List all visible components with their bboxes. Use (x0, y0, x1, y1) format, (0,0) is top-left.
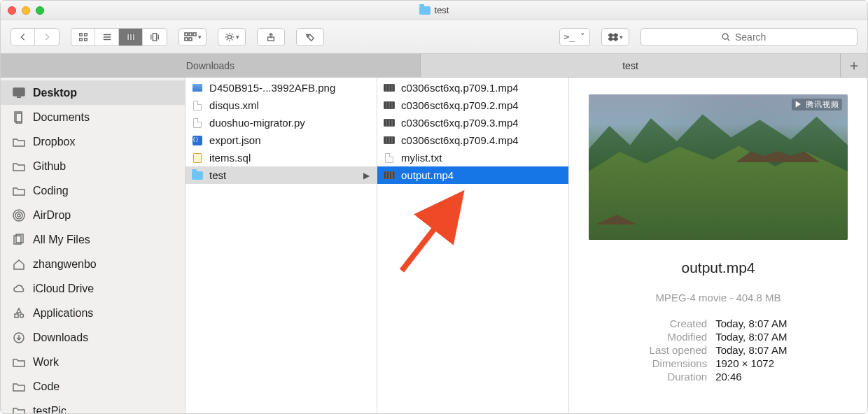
meta-key: Modified (650, 331, 715, 343)
nav-buttons (10, 28, 59, 46)
sidebar-item-documents[interactable]: Documents (1, 105, 185, 129)
svg-rect-3 (84, 38, 87, 41)
file-row[interactable]: test ▶ (186, 166, 377, 184)
svg-point-20 (308, 35, 309, 36)
cloud-icon (12, 283, 26, 295)
file-label: c0306sct6xq.p709.1.mp4 (401, 82, 519, 94)
sidebar-item-label: Desktop (33, 87, 77, 99)
file-row[interactable]: duoshuo-migrator.py (186, 114, 377, 131)
meta-key: Last opened (650, 344, 715, 356)
quick-actions-button[interactable]: >_ ˅ (559, 28, 590, 46)
meta-value: 20:46 (715, 371, 787, 383)
svg-rect-17 (189, 38, 192, 41)
meta-value: Today, 8:07 AM (715, 344, 787, 356)
sidebar-item-label: Code (33, 380, 59, 393)
sidebar-item-desktop[interactable]: Desktop (1, 80, 185, 105)
folder-icon (12, 405, 26, 415)
file-label: output.mp4 (401, 169, 454, 181)
sidebar-item-airdrop[interactable]: AirDrop (1, 203, 185, 227)
meta-row: Dimensions 1920 × 1072 (650, 357, 788, 369)
blank-icon (191, 118, 204, 128)
file-label: disqus.xml (209, 99, 259, 111)
content: Desktop Documents Dropbox Github Coding … (1, 78, 867, 414)
video-watermark: ▶ 腾讯视频 (792, 99, 842, 110)
svg-rect-15 (193, 33, 196, 36)
tag-button[interactable] (296, 28, 324, 46)
svg-line-26 (728, 38, 730, 41)
file-row[interactable]: c0306sct6xq.p709.2.mp4 (377, 97, 568, 114)
chevron-right-icon: ▶ (363, 171, 370, 180)
file-row[interactable]: items.sql (186, 149, 377, 166)
arrange-button[interactable]: ▾ (178, 28, 206, 46)
forward-button[interactable] (35, 29, 59, 45)
file-label: c0306sct6xq.p709.3.mp4 (401, 117, 519, 129)
folder-icon (12, 160, 26, 173)
file-label: D450B915-...3992AFB.png (209, 82, 335, 94)
preview-subline: MPEG-4 movie - 404.8 MB (589, 292, 848, 304)
file-label: c0306sct6xq.p709.4.mp4 (401, 134, 519, 146)
file-row[interactable]: mylist.txt (377, 149, 568, 166)
action-button[interactable]: ▾ (218, 28, 246, 46)
search-input[interactable] (735, 31, 777, 43)
back-button[interactable] (11, 29, 35, 45)
folder-icon (12, 380, 26, 393)
meta-row: Last opened Today, 8:07 AM (650, 344, 788, 356)
sidebar-item-downloads[interactable]: Downloads (1, 325, 185, 350)
tabbar: Downloads test ＋ (1, 54, 867, 78)
search-field[interactable] (640, 28, 858, 46)
sidebar-item-label: Dropbox (33, 136, 75, 148)
sidebar-item-code[interactable]: Code (1, 374, 185, 399)
home-icon (12, 258, 26, 271)
sidebar-item-label: testPic (33, 405, 66, 415)
sidebar-item-label: Applications (33, 307, 93, 320)
sidebar-item-label: Downloads (33, 331, 88, 344)
doc-icon (12, 111, 26, 124)
folder-icon (12, 185, 26, 197)
meta-row: Modified Today, 8:07 AM (650, 331, 788, 343)
new-tab-button[interactable]: ＋ (841, 54, 867, 77)
sidebar-item-zhangwenbo[interactable]: zhangwenbo (1, 252, 185, 276)
sidebar-item-work[interactable]: Work (1, 350, 185, 374)
sidebar-item-dropbox[interactable]: Dropbox (1, 129, 185, 154)
svg-rect-28 (17, 97, 21, 98)
file-row[interactable]: c0306sct6xq.p709.3.mp4 (377, 114, 568, 131)
sidebar-item-all-my-files[interactable]: All My Files (1, 227, 185, 252)
sidebar-item-github[interactable]: Github (1, 154, 185, 178)
view-icon-button[interactable] (71, 29, 95, 45)
sidebar-item-coding[interactable]: Coding (1, 178, 185, 203)
dropbox-button[interactable]: ▾ (601, 28, 629, 46)
file-row[interactable]: c0306sct6xq.p709.1.mp4 (377, 79, 568, 97)
json-icon (191, 136, 204, 145)
view-column-button[interactable] (119, 29, 143, 45)
sidebar: Desktop Documents Dropbox Github Coding … (1, 78, 186, 414)
sidebar-item-testpic[interactable]: testPic (1, 399, 185, 414)
file-row[interactable]: output.mp4 (377, 166, 568, 184)
folder-icon (191, 171, 204, 180)
meta-row: Created Today, 8:07 AM (650, 317, 788, 329)
sidebar-item-applications[interactable]: Applications (1, 301, 185, 325)
window-title: test (1, 5, 867, 15)
preview-metadata: Created Today, 8:07 AMModified Today, 8:… (648, 316, 789, 384)
preview-thumbnail[interactable]: ▶ 腾讯视频 (589, 94, 848, 240)
tab-test[interactable]: test (421, 54, 841, 77)
file-row[interactable]: export.json (186, 131, 377, 149)
meta-value: 1920 × 1072 (715, 357, 787, 369)
tab-downloads[interactable]: Downloads (1, 54, 421, 77)
sidebar-item-label: iCloud Drive (33, 283, 94, 295)
svg-rect-10 (153, 33, 156, 41)
view-list-button[interactable] (95, 29, 119, 45)
apps-icon (12, 307, 26, 320)
meta-value: Today, 8:07 AM (715, 331, 787, 343)
file-row[interactable]: disqus.xml (186, 97, 377, 114)
sidebar-item-icloud-drive[interactable]: iCloud Drive (1, 276, 185, 301)
sidebar-item-label: AirDrop (33, 209, 71, 222)
file-row[interactable]: c0306sct6xq.p709.4.mp4 (377, 131, 568, 149)
svg-point-31 (18, 214, 20, 217)
view-modes (71, 28, 167, 46)
sidebar-item-label: All My Files (33, 234, 90, 246)
file-label: items.sql (209, 152, 251, 164)
file-row[interactable]: D450B915-...3992AFB.png (186, 79, 377, 97)
share-button[interactable] (257, 28, 285, 46)
folder-icon (12, 356, 26, 369)
view-gallery-button[interactable] (143, 29, 167, 45)
